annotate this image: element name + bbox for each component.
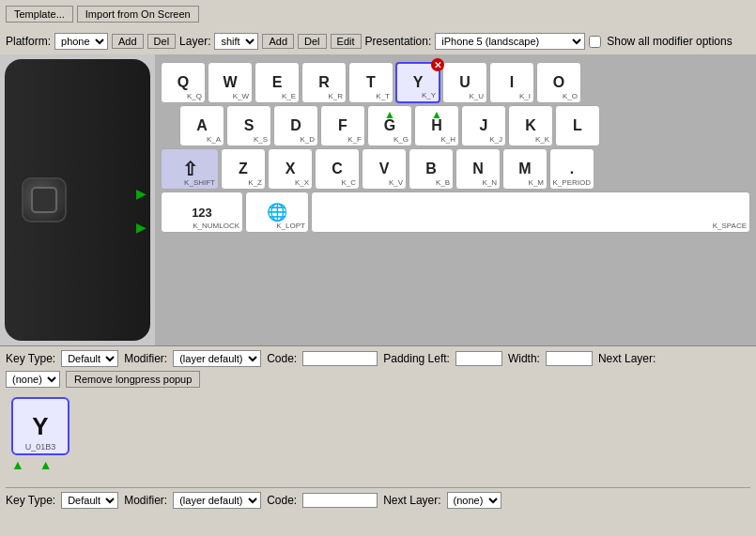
key-K[interactable]: KK_K [508,105,553,146]
bottom-panel: Key Type: Default Modifier: (layer defau… [0,345,756,516]
next-layer-select-2[interactable]: (none) [447,492,501,509]
key-A[interactable]: AK_A [179,105,224,146]
home-button-area [22,177,67,222]
key-props-row: Key Type: Default Modifier: (layer defau… [6,350,750,367]
arrow-up-G-icon: ▲ [384,108,395,121]
key-lopt[interactable]: 🌐K_LOPT [245,191,309,233]
layer-select[interactable]: shift [214,33,258,50]
arrow-up-H-icon: ▲ [431,108,442,121]
code-label-2: Code: [267,494,297,507]
key-props-row-u: Key Type: Default Modifier: (layer defau… [6,492,750,509]
key-F[interactable]: FK_F [320,105,365,146]
key-space[interactable]: K_SPACE [311,191,750,233]
key-numlock[interactable]: 123K_NUMLOCK [161,191,243,233]
layer-del-button[interactable]: Del [298,34,327,49]
layer-label: Layer: [179,35,210,48]
key-T[interactable]: TK_T [348,62,393,103]
key-R[interactable]: RK_R [301,62,347,103]
key-E[interactable]: EK_E [255,62,300,103]
modifier-label-2: Modifier: [124,494,167,507]
key-O[interactable]: OK_O [536,62,581,103]
key-L[interactable]: L [555,105,600,146]
key-preview-sub: U_01B3 [25,442,56,452]
modifier-label: Modifier: [124,352,167,365]
key-Z[interactable]: ZK_Z [221,148,266,190]
key-M[interactable]: MK_M [502,148,548,190]
key-J[interactable]: JK_J [461,105,506,146]
layer-add-button[interactable]: Add [262,34,294,49]
key-S[interactable]: SK_S [226,105,271,146]
preview-arrows: ▲ ▲ [11,457,69,472]
width-input[interactable] [546,351,593,366]
modifier-select-2[interactable]: (layer default) [173,492,261,509]
main-area: ▶ ▶ QK_Q WK_W EK_E RK_R TK_T ✕ Y K_Y UK_… [0,54,756,345]
import-button[interactable]: Import from On Screen [77,6,199,23]
template-button[interactable]: Template... [6,6,73,23]
key-V[interactable]: VK_V [362,148,407,190]
key-H[interactable]: ▲ HK_H [414,105,459,146]
arrow-right-1-icon: ▶ [136,186,147,201]
code-label: Code: [267,352,297,365]
key-Q[interactable]: QK_Q [161,62,206,103]
home-button-inner [31,187,57,213]
keyboard-row-1: QK_Q WK_W EK_E RK_R TK_T ✕ Y K_Y UK_U IK… [161,62,750,103]
key-W[interactable]: WK_W [208,62,253,103]
keyboard-area: QK_Q WK_W EK_E RK_R TK_T ✕ Y K_Y UK_U IK… [155,54,756,345]
code-input-2[interactable]: U_01B3 [302,493,378,508]
platform-add-button[interactable]: Add [112,34,144,49]
key-shift[interactable]: ⇧K_SHIFT [161,148,219,190]
key-B[interactable]: BK_B [409,148,454,190]
platform-select[interactable]: phone [54,33,108,50]
keyboard-row-3: ⇧K_SHIFT ZK_Z XK_X CK_C VK_V BK_B NK_N M… [161,148,750,190]
key-I[interactable]: IK_I [489,62,534,103]
keyboard-row-4: 123K_NUMLOCK 🌐K_LOPT K_SPACE [161,191,750,233]
key-preview-area: Y U_01B3 ▲ ▲ [6,391,750,485]
key-preview-box[interactable]: Y U_01B3 [11,397,69,455]
keyboard-row-2: AK_A SK_S DK_D FK_F ▲ GK_G ▲ HK_H JK_J K… [161,105,750,146]
preview-arrow-left-icon: ▲ [11,457,24,472]
layer-edit-button[interactable]: Edit [331,34,362,49]
key-C[interactable]: CK_C [315,148,360,190]
modifier-select[interactable]: (layer default) [173,350,261,367]
key-Y[interactable]: ✕ Y K_Y [395,62,440,103]
platform-label: Platform: [6,35,51,48]
presentation-label: Presentation: [365,35,432,48]
padding-left-label: Padding Left: [383,352,450,365]
key-type-select-2[interactable]: Default [61,492,118,509]
show-modifier-label: Show all modifier options [607,35,732,48]
key-type-select[interactable]: Default [61,350,118,367]
key-props-row-2: (none) Remove longpress popup [6,371,750,388]
next-layer-select[interactable]: (none) [6,371,60,388]
platform-bar: Platform: phone Add Del Layer: shift Add… [0,28,756,54]
key-N[interactable]: NK_N [455,148,501,190]
home-button [22,177,67,222]
key-U[interactable]: UK_U [442,62,487,103]
width-label: Width: [508,352,540,365]
key-D[interactable]: DK_D [273,105,318,146]
next-layer-label: Next Layer: [598,352,656,365]
phone-frame: ▶ ▶ [5,59,150,341]
key-type-label: Key Type: [6,352,55,365]
key-preview-letter: Y [32,412,48,441]
preview-arrow-right-icon: ▲ [39,457,53,472]
key-G[interactable]: ▲ GK_G [367,105,412,146]
padding-left-input[interactable] [455,351,502,366]
presentation-select[interactable]: iPhone 5 (landscape) [435,33,585,50]
divider [6,487,750,488]
close-icon[interactable]: ✕ [431,58,444,71]
key-period[interactable]: .K_PERIOD [549,148,594,190]
key-X[interactable]: XK_X [268,148,313,190]
toolbar: Template... Import from On Screen [0,0,756,28]
arrow-right-2-icon: ▶ [136,220,147,235]
show-modifier-checkbox[interactable] [589,36,601,48]
next-layer-label-2: Next Layer: [383,494,440,507]
platform-del-button[interactable]: Del [147,34,177,49]
code-input[interactable]: K_Y [302,351,378,366]
remove-longpress-button[interactable]: Remove longpress popup [66,371,200,388]
key-type-label-2: Key Type: [6,494,55,507]
